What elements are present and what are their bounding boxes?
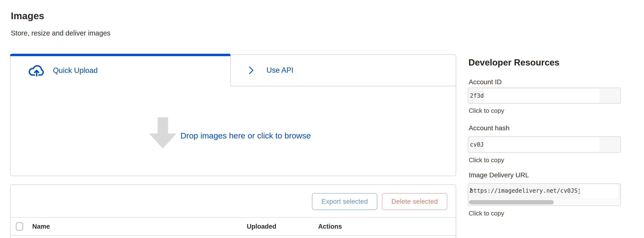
- tab-use-api-label: Use API: [266, 66, 294, 75]
- account-hash-value: cv0J: [470, 141, 484, 148]
- account-id-redaction: [484, 89, 600, 103]
- url-field-scrollbar-track: [468, 199, 620, 205]
- tab-quick-upload-label: Quick Upload: [53, 66, 98, 75]
- upload-panel: Quick Upload Use API Drop images here or…: [10, 54, 456, 176]
- image-delivery-url-trailing-char: 2: [470, 187, 472, 194]
- developer-resources-heading: Developer Resources: [468, 58, 559, 68]
- column-header-actions: Actions: [318, 223, 342, 230]
- dropzone-text: Drop images here or click to browse: [180, 131, 311, 140]
- account-hash-field[interactable]: cv0J: [468, 136, 621, 153]
- column-header-uploaded: Uploaded: [247, 223, 276, 230]
- image-delivery-url-label: Image Delivery URL: [469, 171, 529, 179]
- table-header-row: Name Uploaded Actions: [10, 218, 456, 236]
- tab-quick-upload[interactable]: Quick Upload: [10, 55, 230, 86]
- select-all-checkbox[interactable]: [16, 222, 23, 231]
- chevron-right-icon: [246, 63, 256, 78]
- account-id-label: Account ID: [469, 78, 502, 86]
- account-id-value: 2f3d: [470, 92, 484, 99]
- url-field-scrollbar-thumb[interactable]: [469, 200, 554, 204]
- export-selected-button[interactable]: Export selected: [312, 193, 377, 210]
- table-toolbar: Export selected Delete selected: [10, 185, 456, 218]
- account-hash-label: Account hash: [469, 124, 510, 132]
- image-delivery-url-copy-hint: Click to copy: [469, 210, 504, 217]
- image-dropzone[interactable]: Drop images here or click to browse: [11, 86, 456, 176]
- download-arrow-icon: [149, 117, 176, 148]
- image-delivery-url-field[interactable]: https://imagedelivery.net/cv0JSj 2: [468, 183, 621, 206]
- tab-use-api[interactable]: Use API: [230, 55, 457, 86]
- images-table-panel: Export selected Delete selected Name Upl…: [10, 184, 456, 238]
- image-delivery-url-redaction: [580, 185, 618, 199]
- page-title: Images: [11, 10, 44, 21]
- account-hash-copy-hint: Click to copy: [469, 156, 504, 164]
- account-hash-redaction: [484, 137, 600, 152]
- delete-selected-button[interactable]: Delete selected: [382, 193, 447, 210]
- cloud-upload-icon: [27, 61, 46, 80]
- images-page: Images Store, resize and deliver images …: [0, 0, 644, 238]
- account-id-copy-hint: Click to copy: [469, 107, 504, 115]
- column-header-name: Name: [32, 223, 50, 230]
- image-delivery-url-value: https://imagedelivery.net/cv0JSj: [470, 187, 581, 194]
- account-id-field[interactable]: 2f3d: [468, 88, 621, 104]
- page-subtitle: Store, resize and deliver images: [11, 29, 110, 37]
